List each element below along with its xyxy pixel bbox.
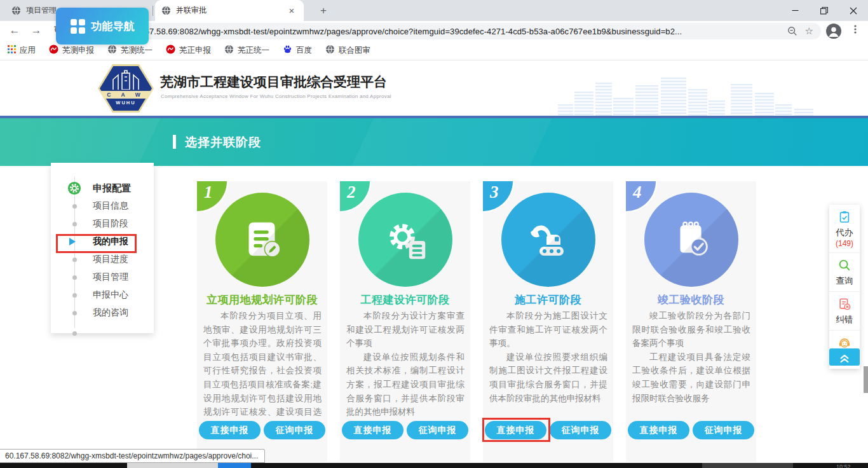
apps-grid-icon [8,45,16,55]
stage-number-badge: 1 [197,181,227,211]
sidebar-item-shenbao-peizhi[interactable]: 申报配置 [51,179,154,197]
stage-title: 施工许可阶段 [483,292,613,307]
screen: 项目管理 × 并联审批 × + ← → ↻ [0,0,868,468]
todo-button[interactable]: 代办 (149) [829,205,860,253]
bookmark-lianhe-tushen[interactable]: 联合图审 [325,45,370,56]
consult-apply-button[interactable]: 征询申报 [550,421,611,439]
globe-icon [107,45,117,56]
sidebar-item-shenbao-zhongxin[interactable]: 申报中心 [51,286,154,304]
function-nav-button[interactable]: 功能导航 [56,8,149,45]
stage-description: 本阶段分为施工图设计文件审查和施工许可证核发两个事项。 建设单位按照要求组织编制… [489,309,607,405]
globe-favicon-icon [11,6,21,15]
stage-description: 本阶段分为设计方案审查和建设工程规划许可证核发两个事项 建设单位按照规划条件和相… [346,309,465,419]
direct-apply-button[interactable]: 直接申报 [199,421,261,439]
bookmark-label: 芜测申报 [62,45,94,56]
globe-favicon-icon [161,6,171,15]
notepad-check-icon [644,193,738,287]
bullet-dot-icon [72,204,77,209]
city-skyline-decoration [512,61,868,116]
back-button[interactable]: ← [6,22,23,39]
page-banner: 选择并联阶段 [0,118,868,166]
logo-caw-text: C A W [97,91,155,99]
direct-apply-button[interactable]: 直接申报 [342,421,403,439]
page-title: 选择并联阶段 [185,134,261,151]
consult-apply-button[interactable]: 征询申报 [407,421,468,439]
excavator-icon [501,193,595,287]
globe-icon [224,45,234,56]
consult-apply-button[interactable]: 征询申报 [264,421,325,439]
stage-card-4: 4 竣工验收阶段 竣工验收阶段分为各部门限时联合验收服务和竣工验收备案两个事项 … [626,181,756,462]
new-tab-button[interactable]: + [315,3,332,18]
forward-button[interactable]: → [28,22,44,39]
logo-buildings-icon [98,69,154,90]
zoom-out-icon[interactable] [787,26,797,36]
scrollbar-thumb[interactable] [864,366,868,393]
red-site-icon [49,45,58,56]
stage-number-badge: 4 [626,181,656,211]
bookmark-baidu[interactable]: 百度 [283,45,312,56]
taskbar-tray-area[interactable] [702,463,793,468]
sidebar-item-xiangmu-jieduan[interactable]: 项目阶段 [51,215,154,233]
taskbar-search-box[interactable] [127,463,218,468]
bookmark-apps[interactable]: 应用 [8,45,36,56]
minimize-button[interactable] [780,0,810,21]
grid-icon [71,19,85,34]
bookmark-label: 联合图审 [339,45,370,56]
stage-title: 工程建设许可阶段 [340,292,470,307]
consult-apply-button[interactable]: 征询申报 [693,421,754,439]
gear-document-icon [358,193,452,287]
bookmark-label: 芜测统一 [121,45,153,56]
sidebar-item-label: 项目进度 [93,254,128,265]
bullet-dot-icon [72,222,77,226]
floating-toolbar: 代办 (149) 查询 纠错 咨询 [829,205,860,369]
bookmark-label: 百度 [296,45,312,56]
stage-description: 本阶段分为项目立项、用地预审、建设用地规划许可三个审批事项办理。政府投资项目立项… [203,309,322,432]
sidebar-item-xiangmu-xinxi[interactable]: 项目信息 [51,197,154,215]
globe-icon [325,45,335,56]
timeline-end-dot [51,324,154,342]
document-error-icon [837,303,851,313]
site-subtitle: Comprehensive Acceptance Window For Wuhu… [161,93,391,99]
error-correction-label: 纠错 [829,314,860,326]
bullet-dot-icon [72,311,77,315]
tab-parallel-approval-active[interactable]: 并联审批 × [155,0,304,21]
tab-close-icon[interactable]: × [286,5,297,16]
taskbar-active-app[interactable] [218,463,251,468]
collapse-toolbar-button[interactable] [829,348,860,366]
bookmark-label: 应用 [20,45,36,56]
logo-wuhu-text: WUHU [98,100,154,106]
tab-separator [153,6,153,16]
restore-button[interactable] [810,0,839,21]
clipboard-check-icon [837,216,851,226]
bookmark-star-icon[interactable]: ☆ [805,25,813,37]
sidebar-item-label: 项目阶段 [93,218,128,230]
bookmark-wuzheng-shenbao[interactable]: 芜正申报 [166,45,211,56]
bookmark-wuzheng-tongyi[interactable]: 芜正统一 [224,45,269,56]
close-window-button[interactable] [839,0,868,21]
url-text[interactable]: 60.167.58.69:8082/whgg-xmsbdt-test/epoin… [128,27,780,36]
stage-card-2: 2 工程建设许可阶段 本阶段分为设计方案审查和建设工程规划许可证核发两个事项 建… [340,181,470,462]
todo-count-badge: (149) [829,239,860,248]
bookmark-wuce-shenbao[interactable]: 芜测申报 [49,45,94,56]
query-button[interactable]: 查询 [829,253,860,292]
gear-icon [67,181,81,195]
bookmark-wuce-tongyi[interactable]: 芜测统一 [107,45,153,56]
red-highlight-direct-apply [482,418,550,442]
bullet-dot-icon [72,293,77,298]
browser-menu-icon[interactable] [850,24,860,37]
error-correction-button[interactable]: 纠错 [829,292,860,331]
sidebar-item-wode-zixun[interactable]: 我的咨询 [51,304,154,322]
direct-apply-button[interactable]: 直接申报 [628,421,689,439]
document-pencil-icon [215,193,309,287]
sidebar-item-xiangmu-guanli[interactable]: 项目管理 [51,268,154,286]
sidebar-item-label: 我的咨询 [93,307,128,319]
address-bar[interactable]: 不安全 60.167.58.69:8082/whgg-xmsbdt-test/e… [71,23,821,39]
profile-avatar[interactable] [826,24,841,39]
windows-taskbar: 10:52 [0,463,868,468]
stage-number-badge: 2 [340,181,370,211]
status-url-tooltip: 60.167.58.69:8082/whgg-xmsbdt-test/epoin… [0,449,265,463]
window-controls [780,0,868,21]
stage-title: 立项用地规划许可阶段 [197,292,327,307]
sidebar-item-xiangmu-jindu[interactable]: 项目进度 [51,251,154,268]
search-icon [837,265,851,274]
